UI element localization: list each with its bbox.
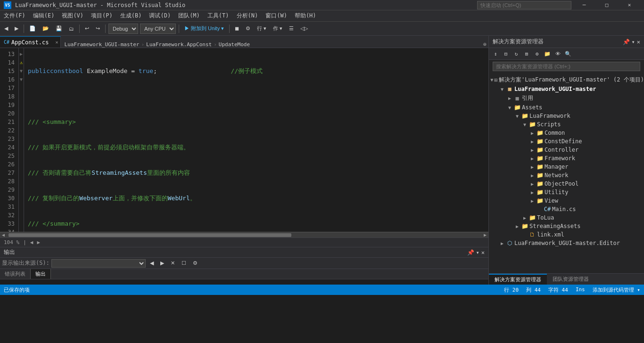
open-button[interactable]: 📂: [40, 24, 51, 34]
output-nav-prev[interactable]: ◀: [148, 258, 156, 269]
output-settings[interactable]: ⚙: [190, 258, 200, 269]
scroll-indicator: ◀: [30, 239, 33, 245]
tree-tolua[interactable]: ▶ 📁 ToLua: [489, 213, 644, 222]
output-pin-button[interactable]: 📌: [467, 249, 474, 256]
tree-streaming-assets[interactable]: ▶ 📁 StreamingAssets: [489, 222, 644, 230]
redo-button[interactable]: ↪: [93, 24, 102, 34]
collapse-15[interactable]: ▶: [20, 50, 23, 58]
attach-unity-button[interactable]: ▶ 附加到 Unity ▾: [182, 24, 226, 34]
menu-view[interactable]: 视图(V): [58, 10, 87, 21]
back-button[interactable]: ◀: [2, 24, 10, 34]
menu-analyze[interactable]: 分析(N): [233, 10, 262, 21]
scroll-left-button[interactable]: ◀: [0, 232, 7, 237]
ptb-properties-button[interactable]: ⚙: [532, 49, 542, 58]
output-wrap[interactable]: ☐: [179, 258, 189, 269]
breadcrumb-member[interactable]: UpdateMode: [219, 41, 250, 48]
minimize-button[interactable]: ─: [573, 0, 595, 10]
tree-constdefine[interactable]: ▶ 📁 ConstDefine: [489, 137, 644, 146]
save-all-button[interactable]: 🗂: [66, 24, 76, 34]
output-close-button[interactable]: ✕: [481, 249, 485, 256]
menu-build[interactable]: 生成(B): [116, 10, 146, 21]
tree-objectpool[interactable]: ▶ 📁 ObjectPool: [489, 180, 644, 188]
ptb-refresh-button[interactable]: ↻: [512, 49, 521, 58]
scrollbar-track[interactable]: [8, 233, 480, 237]
menu-help[interactable]: 帮助(H): [291, 10, 320, 21]
tree-luaframework[interactable]: ▼ 📁 LuaFramework: [489, 112, 644, 120]
ptb-show-all-button[interactable]: 👁: [553, 49, 562, 58]
tree-framework[interactable]: ▶ 📁 Framework: [489, 154, 644, 163]
tree-project-main[interactable]: ▼ ■ LuaFramework_UGUI-master: [489, 85, 644, 93]
quick-launch-input[interactable]: [477, 1, 571, 9]
output-source-dropdown[interactable]: [51, 259, 146, 268]
tree-utility[interactable]: ▶ 📁 Utility: [489, 188, 644, 196]
status-vcs[interactable]: 添加到源代码管理 ▾: [593, 286, 640, 294]
ptb-open-folder-button[interactable]: 📁: [543, 49, 552, 58]
tree-references[interactable]: ▶ ■ 引用: [489, 93, 644, 103]
tree-manager[interactable]: ▶ 📁 Manager: [489, 163, 644, 171]
save-button[interactable]: 💾: [53, 24, 65, 34]
close-button[interactable]: ✕: [619, 0, 640, 10]
menu-team[interactable]: 团队(M): [174, 10, 204, 21]
scroll-right-button[interactable]: ▶: [482, 232, 488, 237]
app-icon: VS: [4, 1, 11, 9]
tree-assets[interactable]: ▼ 📁 Assets: [489, 103, 644, 112]
maximize-button[interactable]: □: [596, 0, 618, 10]
breadcrumb-class[interactable]: LuaFramework.AppConst: [146, 41, 212, 48]
tab-appconst[interactable]: C# AppConst.cs ✕: [0, 36, 61, 48]
solution-explorer-tab[interactable]: 解决方案资源管理器: [489, 274, 547, 285]
tree-view-folder[interactable]: ▶ 📁 View: [489, 196, 644, 205]
toolbar-btn-6[interactable]: ◁▷: [298, 24, 310, 34]
debug-mode-dropdown[interactable]: Debug: [108, 24, 138, 34]
output-dock-button[interactable]: ▾: [476, 249, 479, 256]
output-tab[interactable]: 输出: [31, 269, 51, 279]
tree-solution-root[interactable]: ▼ ⊞ 解决方案'LuaFramework_UGUI-master' (2 个项…: [489, 75, 644, 85]
code-text-area[interactable]: public const bool ExampleMode = true; //…: [24, 48, 488, 232]
menu-window[interactable]: 窗口(W): [262, 10, 291, 21]
toolbar-btn-4[interactable]: 作 ▾: [271, 24, 285, 34]
toolbar-btn-1[interactable]: ◼: [232, 24, 241, 34]
horizontal-scrollbar[interactable]: ◀ ▶: [0, 232, 488, 237]
error-list-tab[interactable]: 错误列表: [0, 269, 31, 279]
ptb-filter-button[interactable]: ⊟: [501, 49, 511, 58]
tab-close-icon[interactable]: ✕: [56, 40, 58, 45]
breadcrumb-project[interactable]: LuaFramework_UGUI-master: [65, 41, 140, 48]
tree-common[interactable]: ▶ 📁 Common: [489, 129, 644, 137]
solution-search-input[interactable]: [493, 62, 640, 71]
menu-debug[interactable]: 调试(D): [145, 10, 174, 21]
tree-editor-project[interactable]: ▶ ⬡ LuaFramework_UGUI-master.Editor: [489, 239, 644, 247]
toolbar-btn-2[interactable]: ⚙: [243, 24, 253, 34]
output-clear[interactable]: ✕: [168, 258, 177, 269]
tree-scripts[interactable]: ▼ 📁 Scripts: [489, 120, 644, 129]
tree-controller[interactable]: ▶ 📁 Controller: [489, 146, 644, 154]
toolbar-btn-5[interactable]: ☰: [287, 24, 296, 34]
undo-button[interactable]: ↩: [83, 24, 91, 34]
zoom-level[interactable]: 104 %: [4, 239, 19, 245]
streaming-folder-icon: 📁: [521, 223, 528, 229]
panel-close-icon[interactable]: ✕: [637, 39, 640, 45]
panel-arrow-icon[interactable]: ▾: [632, 39, 635, 45]
toolbar-btn-3[interactable]: 行 ▾: [255, 24, 269, 34]
toolbar-separator-2: [79, 24, 80, 33]
scrollbar-thumb[interactable]: [8, 233, 291, 237]
ptb-search-button[interactable]: 🔍: [563, 49, 573, 58]
tree-network[interactable]: ▶ 📁 Network: [489, 171, 644, 180]
team-explorer-tab[interactable]: 团队资源管理器: [547, 274, 594, 285]
output-nav-next[interactable]: ▶: [158, 258, 166, 269]
tree-link-xml[interactable]: 🗋 link.xml: [489, 230, 644, 239]
assets-folder-icon: 📁: [513, 104, 521, 111]
panel-expand-button[interactable]: ⊕: [481, 41, 488, 48]
panel-pin-icon[interactable]: 📌: [623, 39, 630, 45]
menu-file[interactable]: 文件(F): [0, 10, 29, 21]
menu-project[interactable]: 项目(P): [87, 10, 116, 21]
ptb-sync-button[interactable]: ↕: [491, 49, 500, 58]
collapse-38[interactable]: ▼: [20, 67, 23, 75]
forward-button[interactable]: ▶: [12, 24, 21, 34]
new-button[interactable]: 📄: [27, 24, 38, 34]
menu-edit[interactable]: 编辑(E): [29, 10, 58, 21]
collapse-39[interactable]: ▼: [20, 75, 23, 84]
platform-dropdown[interactable]: Any CPU: [140, 24, 176, 34]
ptb-collapse-button[interactable]: ⊞: [522, 49, 531, 58]
tree-main-cs[interactable]: C# Main.cs: [489, 205, 644, 213]
menu-tools[interactable]: 工具(T): [204, 10, 233, 21]
xml-icon: 🗋: [528, 231, 536, 238]
